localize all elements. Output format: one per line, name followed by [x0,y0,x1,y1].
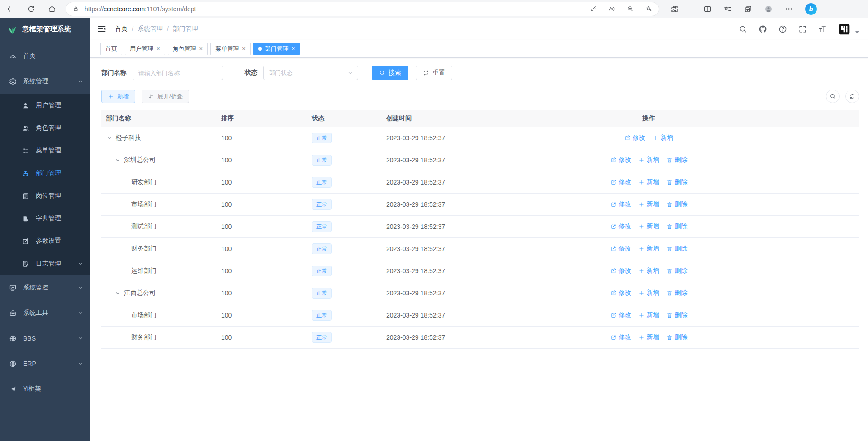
trash-icon [666,179,673,185]
search-icon[interactable] [739,25,747,33]
breadcrumb-item[interactable]: 系统管理 [138,25,163,33]
refresh-icon[interactable] [27,5,35,13]
tab-角色管理[interactable]: 角色管理× [168,43,208,55]
extensions-icon[interactable] [670,5,678,13]
edit-row-button[interactable]: 修改 [610,200,631,209]
user-menu-caret-icon[interactable] [855,31,859,33]
chevron-down-icon[interactable] [115,290,120,296]
sidebar-item-config[interactable]: 参数设置 [0,230,90,252]
back-icon[interactable] [6,5,14,13]
tab-部门管理[interactable]: 部门管理× [253,43,300,55]
tab-用户管理[interactable]: 用户管理× [125,43,165,55]
toggle-search-button[interactable] [826,90,840,103]
reset-button[interactable]: 重置 [416,66,452,80]
sidebar-item-log[interactable]: 日志管理 [0,252,90,275]
sidebar-item-user[interactable]: 用户管理 [0,94,90,117]
close-icon[interactable]: × [292,46,295,52]
delete-row-button[interactable]: 删除 [666,333,688,341]
edit-row-button[interactable]: 修改 [610,267,631,275]
favorites-icon[interactable] [724,5,732,13]
collections-icon[interactable] [744,5,752,13]
search-button[interactable]: 搜索 [372,66,408,80]
profile-icon[interactable] [764,5,773,13]
dept-name-input[interactable] [133,66,223,80]
status-badge: 正常 [312,266,332,276]
more-icon[interactable] [785,5,793,13]
add-row-button[interactable]: 新增 [638,200,659,209]
tab-菜单管理[interactable]: 菜单管理× [210,43,251,55]
delete-row-button[interactable]: 删除 [666,289,688,297]
split-screen-icon[interactable] [703,5,711,13]
edit-row-button[interactable]: 修改 [610,156,631,164]
dept-name: 财务部门 [131,333,157,341]
add-row-button[interactable]: 新增 [638,289,659,297]
status-select[interactable]: 部门状态 [263,66,358,80]
close-icon[interactable]: × [199,46,203,52]
delete-row-button[interactable]: 删除 [666,156,688,164]
add-row-button[interactable]: 新增 [638,311,659,319]
edit-row-button[interactable]: 修改 [610,223,631,231]
sidebar-item-monitor[interactable]: 系统监控 [0,275,90,300]
zoom-out-icon[interactable] [627,5,634,12]
bing-chat-icon[interactable]: b [805,3,817,15]
user-avatar[interactable] [838,23,850,35]
sidebar-item-yi[interactable]: Yi框架 [0,376,90,402]
github-icon[interactable] [759,25,767,33]
sidebar-item-home[interactable]: 首页 [0,43,90,69]
edit-row-button[interactable]: 修改 [610,289,631,297]
edit-row-button[interactable]: 修改 [610,333,631,341]
sidebar-item-erp[interactable]: ERP [0,351,90,376]
read-aloud-icon[interactable] [608,5,615,12]
sidebar-item-menu[interactable]: 菜单管理 [0,139,90,162]
add-row-button[interactable]: 新增 [638,223,659,231]
refresh-table-button[interactable] [845,90,859,103]
edit-row-button[interactable]: 修改 [610,245,631,253]
expand-collapse-button[interactable]: 展开/折叠 [142,90,189,103]
breadcrumb-item[interactable]: 首页 [115,25,128,33]
app-logo[interactable]: 意框架管理系统 [0,18,90,40]
sidebar-toggle-icon[interactable] [97,24,107,34]
chevron-down-icon[interactable] [107,135,112,141]
delete-row-button[interactable]: 删除 [666,178,688,186]
add-button[interactable]: 新增 [101,90,135,103]
sidebar-item-tools[interactable]: 系统工具 [0,300,90,326]
sidebar-item-role[interactable]: 角色管理 [0,117,90,139]
sidebar-item-system[interactable]: 系统管理 [0,69,90,94]
edit-row-button[interactable]: 修改 [610,311,631,319]
chevron-down-icon[interactable] [115,157,120,163]
add-row-button[interactable]: 新增 [652,134,674,142]
address-bar[interactable]: https://ccnetcore.com:1101/system/dept [66,2,659,16]
edit-action-icon [610,312,617,318]
sidebar-item-bbs[interactable]: BBS [0,326,90,351]
sidebar-item-dict[interactable]: 字典管理 [0,207,90,230]
add-row-button[interactable]: 新增 [638,333,659,341]
tab-首页[interactable]: 首页 [100,43,122,55]
spacer-cell [766,194,859,216]
fullscreen-icon[interactable] [798,25,807,33]
delete-row-button-label: 删除 [675,267,688,275]
text-size-icon[interactable] [818,25,827,33]
add-row-button[interactable]: 新增 [638,156,659,164]
chevron-up-icon [78,79,83,84]
close-icon[interactable]: × [242,46,246,52]
delete-row-button[interactable]: 删除 [666,245,688,253]
edit-row-button[interactable]: 修改 [610,178,631,186]
favorite-add-icon[interactable] [645,5,652,12]
add-row-button[interactable]: 新增 [638,178,659,186]
key-icon[interactable] [590,5,597,12]
sidebar-item-label: 部门管理 [36,169,83,177]
dept-name-cell: 财务部门 [101,238,217,260]
close-icon[interactable]: × [157,46,160,52]
delete-row-button[interactable]: 删除 [666,267,688,275]
delete-row-button[interactable]: 删除 [666,311,688,319]
delete-row-button[interactable]: 删除 [666,223,688,231]
edit-row-button[interactable]: 修改 [624,134,645,142]
page-content: 部门名称 状态 部门状态 搜索 重置 新增 [90,58,868,441]
add-row-button[interactable]: 新增 [638,245,659,253]
sidebar-item-dept[interactable]: 部门管理 [0,162,90,185]
delete-row-button[interactable]: 删除 [666,200,688,209]
sidebar-item-post[interactable]: 岗位管理 [0,185,90,207]
add-row-button[interactable]: 新增 [638,267,659,275]
help-icon[interactable] [778,25,787,33]
home-icon[interactable] [48,5,56,13]
